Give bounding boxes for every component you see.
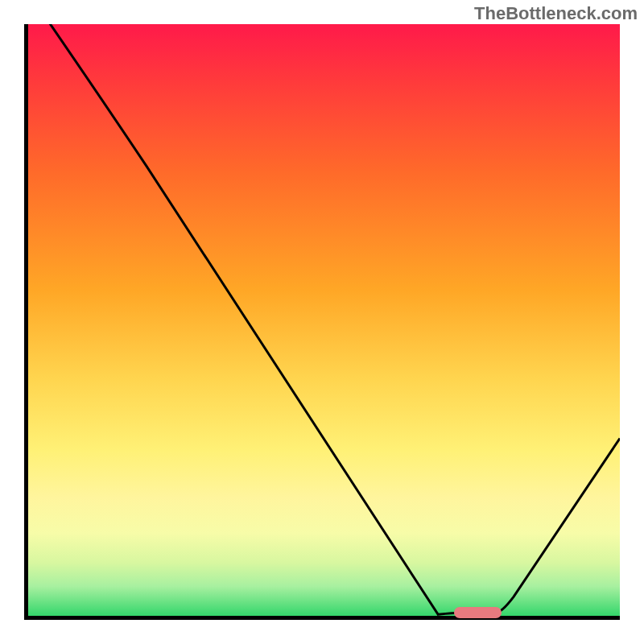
- watermark-text: TheBottleneck.com: [474, 3, 638, 24]
- bottleneck-curve: [28, 24, 620, 616]
- chart-plot-area: [24, 24, 620, 620]
- curve-path: [28, 24, 620, 614]
- optimal-marker: [454, 607, 502, 618]
